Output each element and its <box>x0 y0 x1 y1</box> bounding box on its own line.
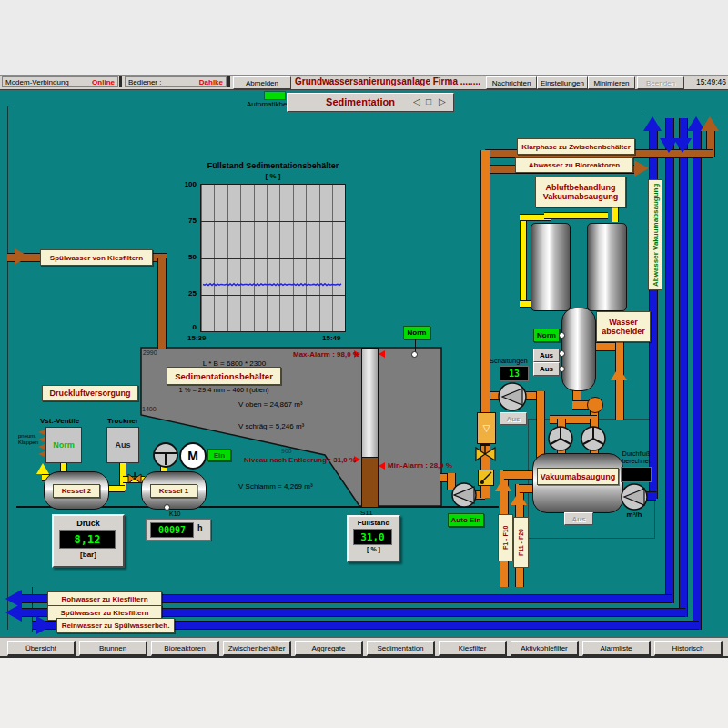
pipe-label-reinwasser: Reinwasser zu Spülwasserbeh. <box>56 618 175 633</box>
minimize-button[interactable]: Minimieren <box>588 76 635 89</box>
separator-sensor-dot <box>559 350 565 357</box>
flow-unit-label: m³/h <box>620 511 649 519</box>
tank-percent-info: 1 % = 29,4 mm = 460 l (oben) <box>173 386 275 394</box>
vst-ventile-status: Norm <box>53 440 75 450</box>
nav-brunnen[interactable]: Brunnen <box>79 641 147 656</box>
flow-arrow-down-icon <box>673 138 692 153</box>
page-title-bar: Sedimentation ◁ □ ▷ <box>287 93 454 112</box>
separator-norm-button[interactable]: Norm <box>533 329 560 342</box>
feed-pump-aus-button[interactable]: Aus <box>500 412 527 425</box>
x-tick: 15:39 <box>187 334 206 342</box>
abluft-label-line1: Abluftbehandlung <box>546 183 616 192</box>
tank-max-alarm: Max-Alarm : 98,0 % <box>293 350 359 359</box>
sludge-pump-icon[interactable] <box>450 481 478 509</box>
exit-button[interactable]: Beenden <box>637 76 684 89</box>
pipe-spuelwasser-main <box>679 118 688 617</box>
hours-display: 00097 <box>150 522 194 538</box>
vacuum-pump-icon[interactable] <box>580 425 607 452</box>
page-prev-icon[interactable]: ◁ <box>413 96 420 106</box>
messages-button[interactable]: Nachrichten <box>486 76 537 89</box>
flow-calc-line1: Durchfluß <box>622 450 650 457</box>
nav-aggregate[interactable]: Aggregate <box>295 641 363 656</box>
flow-calc-line2: berechnet <box>622 458 650 464</box>
separator-feed-pump-icon[interactable] <box>497 381 528 412</box>
pipe-label-klarphase: Klarphase zu Zwischenbehälter <box>517 138 635 155</box>
separator-aus-button-1[interactable]: Aus <box>533 349 560 362</box>
trockner-box[interactable]: Aus <box>106 427 139 463</box>
hours-unit: h <box>197 523 203 532</box>
water-separator-vessel[interactable] <box>561 308 596 391</box>
nav-uebersicht[interactable]: Übersicht <box>7 641 76 656</box>
scada-screen: Modem-Verbindung Online Bediener : Dahlk… <box>0 0 728 728</box>
trend-series-line <box>201 185 343 329</box>
nav-alarmliste[interactable]: Alarmliste <box>582 641 651 656</box>
druck-unit: [bar] <box>54 551 123 559</box>
logout-button[interactable]: Abmelden <box>233 76 291 89</box>
nav-zwischenbehaelter[interactable]: Zwischenbehälter <box>223 641 291 656</box>
auto-mode-led <box>264 91 286 100</box>
vst-ventile-box[interactable]: Norm <box>46 427 82 463</box>
vacuum-aus-button[interactable]: Aus <box>564 512 593 525</box>
nav-bioreaktoren[interactable]: Bioreaktoren <box>151 641 219 656</box>
separator-label: Wasser abscheider <box>596 311 651 342</box>
pipe-junction-ball <box>587 397 603 413</box>
druck-panel: Druck 8,12 [bar] <box>52 514 125 568</box>
small-valve-icon[interactable] <box>127 470 142 487</box>
y-tick: 100 <box>175 180 197 188</box>
flow-arrow-left-icon <box>38 437 45 442</box>
operator-panel: Bediener : Dahlke <box>125 76 227 87</box>
settings-button[interactable]: Einstellungen <box>537 76 588 89</box>
auto-ein-button[interactable]: Auto Ein <box>448 513 484 527</box>
flow-arrow-up-icon <box>36 463 49 474</box>
pipe-spuelwasser-drop <box>157 258 167 349</box>
abluft-filter-vessel-1[interactable] <box>531 223 571 311</box>
chart-unit: [ % ] <box>173 172 373 180</box>
nav-aktivkohlefilter[interactable]: Aktivkohlefilter <box>511 641 579 656</box>
flow-arrow-left-icon <box>5 603 22 622</box>
page-navbar: Übersicht Brunnen Bioreaktoren Zwischenb… <box>0 637 728 658</box>
pipe-rohwasser-main <box>665 118 674 603</box>
nav-historisch[interactable]: Historisch <box>654 641 723 656</box>
fuellstand-label: Füllstand <box>349 519 399 527</box>
valve-icon[interactable] <box>474 443 497 465</box>
compressor-icon[interactable] <box>151 441 180 469</box>
trockner-status: Aus <box>115 440 130 450</box>
page-home-icon[interactable]: □ <box>426 96 431 106</box>
fuellstand-display: 31,0 <box>353 529 392 545</box>
kessel-2-label: Kessel 2 <box>53 484 100 498</box>
nav-kiesfilter[interactable]: Kiesfilter <box>439 641 507 656</box>
modem-label: Modem-Verbindung <box>5 78 69 86</box>
y-tick: 50 <box>175 253 197 261</box>
alarm-marker-icon <box>379 462 385 470</box>
alarm-marker-icon <box>379 350 385 358</box>
separator-sensor-dot <box>559 332 565 339</box>
page-title: Sedimentation <box>310 96 410 107</box>
separator-aus-button-2[interactable]: Aus <box>533 362 560 376</box>
pipe-label-f11: F11 - F20 <box>513 517 529 568</box>
y-tick: 0 <box>175 323 197 331</box>
nav-sedimentation[interactable]: Sedimentation <box>367 641 435 656</box>
pipe-label-abwasser-vakuum: Abwasser Vakuumabsaugung <box>648 179 662 290</box>
vacuum-tank-label: Vakuumabsaugung <box>537 468 619 485</box>
flow-arrow-right-icon <box>634 160 649 177</box>
tank-min-alarm: Min-Alarm : 28,0 % <box>388 461 452 470</box>
window-toolbar: Modem-Verbindung Online Bediener : Dahlk… <box>0 75 728 90</box>
sensor-stem <box>415 338 416 352</box>
druckluft-label: Druckluftversorgung <box>42 385 138 401</box>
toolbar-separator <box>119 76 122 87</box>
abluft-filter-vessel-2[interactable] <box>587 223 627 311</box>
tank-norm-button[interactable]: Norm <box>403 326 430 339</box>
compressor-ein-button[interactable]: Ein <box>207 449 231 461</box>
operator-name: Dahlke <box>199 78 223 86</box>
page-next-icon[interactable]: ▷ <box>439 96 446 106</box>
vacuum-pump-icon[interactable] <box>547 425 574 452</box>
flow-arrow-left-icon <box>38 451 45 457</box>
tank-niveau: Niveau nach Entleerung : 31,0 % <box>244 456 351 464</box>
k10-sensor-dot <box>164 504 170 511</box>
clock: 15:49:46 <box>686 77 726 86</box>
discharge-pump-icon[interactable] <box>620 482 649 511</box>
druck-display: 8,12 <box>59 530 116 549</box>
druck-label: Druck <box>54 519 123 528</box>
motor-icon[interactable]: M <box>179 442 207 470</box>
separator-label-line2: abscheider <box>602 327 645 336</box>
